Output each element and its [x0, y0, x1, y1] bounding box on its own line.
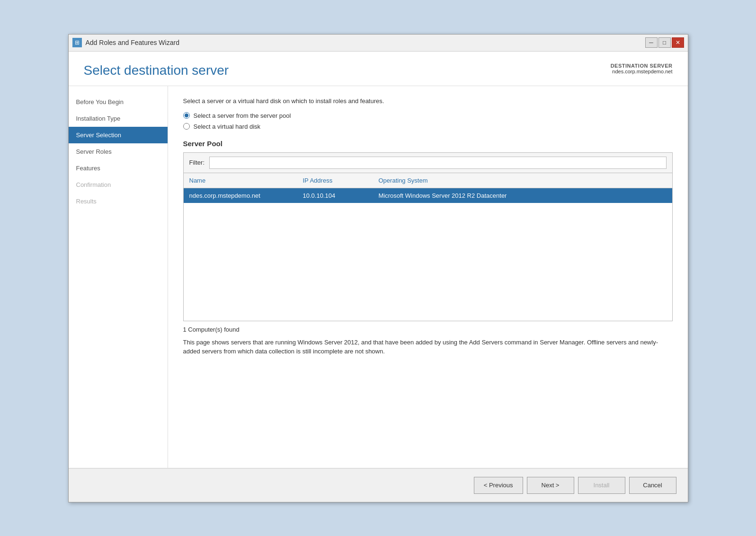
description-text: This page shows servers that are running… [183, 338, 673, 356]
main-area: Before You Begin Installation Type Serve… [69, 86, 688, 468]
cell-server-os: Microsoft Windows Server 2012 R2 Datacen… [373, 188, 672, 203]
table-header: Name IP Address Operating System [184, 173, 672, 188]
destination-server-info: DESTINATION SERVER ndes.corp.mstepdemo.n… [611, 63, 673, 74]
server-pool-table: Filter: Name IP Address Operating System… [183, 152, 673, 321]
sidebar-item-before-you-begin[interactable]: Before You Begin [69, 94, 168, 110]
server-pool-title: Server Pool [183, 140, 673, 148]
radio-server-pool-input[interactable] [183, 112, 190, 119]
wizard-window: ⊞ Add Roles and Features Wizard ─ □ ✕ Se… [68, 34, 688, 502]
radio-server-pool-label: Select a server from the server pool [194, 112, 291, 119]
cancel-button[interactable]: Cancel [629, 477, 676, 494]
radio-server-pool[interactable]: Select a server from the server pool [183, 112, 673, 119]
filter-label: Filter: [189, 159, 205, 166]
title-bar-left: ⊞ Add Roles and Features Wizard [72, 38, 179, 47]
main-content: Select a server or a virtual hard disk o… [168, 86, 688, 468]
filter-row: Filter: [184, 153, 672, 173]
sidebar-item-installation-type[interactable]: Installation Type [69, 110, 168, 127]
close-button[interactable]: ✕ [672, 37, 684, 48]
destination-server-name: ndes.corp.mstepdemo.net [612, 69, 672, 74]
window-title: Add Roles and Features Wizard [86, 39, 179, 46]
radio-vhd-label: Select a virtual hard disk [194, 123, 261, 130]
cell-server-name: ndes.corp.mstepdemo.net [184, 188, 297, 203]
radio-vhd[interactable]: Select a virtual hard disk [183, 123, 673, 130]
radio-vhd-input[interactable] [183, 123, 190, 130]
header-section: Select destination server DESTINATION SE… [69, 52, 688, 86]
title-bar: ⊞ Add Roles and Features Wizard ─ □ ✕ [69, 35, 688, 52]
col-header-ip[interactable]: IP Address [297, 173, 373, 188]
minimize-button[interactable]: ─ [645, 37, 658, 48]
maximize-button[interactable]: □ [658, 37, 671, 48]
sidebar-item-server-roles[interactable]: Server Roles [69, 143, 168, 160]
table-row[interactable]: ndes.corp.mstepdemo.net 10.0.10.104 Micr… [184, 188, 672, 203]
cell-server-ip: 10.0.10.104 [297, 188, 373, 203]
window-controls: ─ □ ✕ [645, 37, 684, 48]
footer: < Previous Next > Install Cancel [69, 468, 688, 502]
sidebar-item-results: Results [69, 193, 168, 210]
destination-server-label: DESTINATION SERVER [611, 63, 673, 69]
window-icon: ⊞ [72, 38, 82, 47]
sidebar-item-features[interactable]: Features [69, 160, 168, 176]
filter-input[interactable] [209, 157, 667, 169]
install-button[interactable]: Install [578, 477, 625, 494]
computers-found: 1 Computer(s) found [183, 326, 673, 333]
col-header-os[interactable]: Operating System [373, 173, 672, 188]
previous-button[interactable]: < Previous [474, 477, 523, 494]
radio-group: Select a server from the server pool Sel… [183, 112, 673, 130]
next-button[interactable]: Next > [527, 477, 574, 494]
col-header-name[interactable]: Name [184, 173, 297, 188]
window-body: Select destination server DESTINATION SE… [69, 52, 688, 502]
instruction-text: Select a server or a virtual hard disk o… [183, 97, 673, 105]
page-title: Select destination server [84, 63, 229, 78]
server-pool-body: ndes.corp.mstepdemo.net 10.0.10.104 Micr… [184, 188, 672, 321]
sidebar-item-confirmation: Confirmation [69, 176, 168, 193]
sidebar-item-server-selection[interactable]: Server Selection [69, 127, 168, 143]
sidebar: Before You Begin Installation Type Serve… [69, 86, 168, 468]
